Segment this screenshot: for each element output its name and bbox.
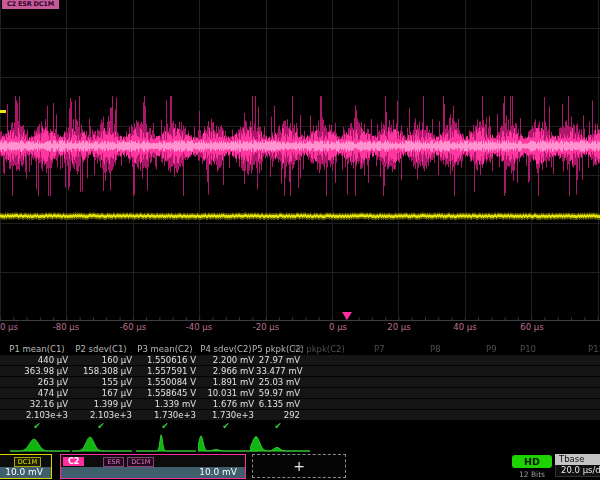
hd-bits-label: 12 Bits [512, 470, 552, 479]
measure-value: 160 µV [70, 355, 132, 365]
histicon-p2[interactable] [72, 433, 132, 453]
measure-header-p4[interactable]: P4 sdev(C2) [200, 344, 251, 354]
measure-value: 1.399 µV [70, 399, 132, 409]
measure-header-inactive[interactable]: P9 [486, 344, 497, 354]
measure-value: 32.16 µV [6, 399, 68, 409]
measure-value: 10.031 mV [198, 388, 254, 398]
measure-value: 1.339 mV [134, 399, 196, 409]
hd-mode-badge[interactable]: HD [512, 455, 552, 468]
measure-value: 25.03 mV [256, 377, 300, 387]
measure-value: 292 [256, 410, 300, 420]
measure-header-inactive[interactable]: P7 [374, 344, 385, 354]
measure-value: 263 µV [6, 377, 68, 387]
measure-value: 1.730e+3 [134, 410, 196, 420]
measure-value: 158.308 µV [70, 366, 132, 376]
measure-value: 167 µV [70, 388, 132, 398]
c2-eres-chip: ESR [103, 457, 124, 467]
time-axis-label: -20 µs [253, 322, 279, 332]
measure-header-p1[interactable]: P1 mean(C1) [9, 344, 64, 354]
measure-value: 2.200 mV [198, 355, 254, 365]
measure-value: 1.891 mV [198, 377, 254, 387]
measure-row: 474 µV167 µV1.558645 V10.031 mV59.97 mV [0, 388, 600, 398]
measure-value: 440 µV [6, 355, 68, 365]
time-axis-label: -60 µs [120, 322, 146, 332]
histicon-p1[interactable] [10, 433, 70, 453]
measure-header-p2[interactable]: P2 sdev(C1) [75, 344, 126, 354]
measure-value: 6.135 mV [256, 399, 300, 409]
c1-vdiv-value: 10.0 mV [0, 467, 51, 478]
timebase-value: 20.0 µs/div [555, 465, 600, 477]
measure-value: 474 µV [6, 388, 68, 398]
histicon-p3[interactable] [136, 433, 196, 453]
measure-row: 32.16 µV1.399 µV1.339 mV1.676 mV6.135 mV [0, 399, 600, 409]
measure-status-check-icon: ✔ [274, 421, 282, 431]
measure-header-inactive[interactable]: P6 pkpk(C2) [293, 344, 345, 354]
measure-status-check-icon: ✔ [33, 421, 41, 431]
measure-status-check-icon: ✔ [97, 421, 105, 431]
c1-coupling-chip: DC1M [14, 457, 41, 467]
histicon-p5[interactable] [250, 433, 310, 453]
time-axis-label: 60 µs [520, 322, 543, 332]
bottom-toolbar: C1 DC1M 10.0 mV C2 ESR DC1M 10.0 mV + HD… [0, 454, 600, 480]
timebase-descriptor[interactable]: Tbase 20.0 µs/div [555, 454, 600, 478]
measure-value: 363.98 µV [6, 366, 68, 376]
time-axis-label: 0 µs [329, 322, 347, 332]
measure-header-inactive[interactable]: P11 [588, 344, 600, 354]
time-axis-label: -40 µs [186, 322, 212, 332]
timebase-title: Tbase [555, 454, 600, 465]
measure-header-inactive[interactable]: P10 [520, 344, 536, 354]
histicon-row [0, 433, 600, 453]
measurement-table: P1 mean(C1)P2 sdev(C1)P3 mean(C2)P4 sdev… [0, 344, 600, 434]
measure-value: 2.966 mV [198, 366, 254, 376]
measure-value: 1.557591 V [134, 366, 196, 376]
waveform-grid[interactable] [0, 0, 600, 321]
measure-row: 2.103e+32.103e+31.730e+31.730e+3292 [0, 410, 600, 420]
time-axis-label: 20 µs [387, 322, 410, 332]
add-trace-button[interactable]: + [252, 454, 346, 478]
time-axis-label: -80 µs [53, 322, 79, 332]
measure-status-check-icon: ✔ [161, 421, 169, 431]
measure-value: 155 µV [70, 377, 132, 387]
trigger-position-marker[interactable] [342, 312, 352, 320]
time-axis-label: 40 µs [453, 322, 476, 332]
measure-value: 2.103e+3 [6, 410, 68, 420]
channel-c2-descriptor[interactable]: C2 ESR DC1M 10.0 mV [60, 454, 246, 479]
c2-coupling-chip: DC1M [127, 457, 154, 467]
measure-value: 33.477 mV [256, 366, 300, 376]
measure-value: 1.730e+3 [198, 410, 254, 420]
measure-header-inactive[interactable]: P8 [430, 344, 441, 354]
time-axis-label: -100 µs [0, 322, 18, 332]
c2-label: C2 [63, 457, 84, 466]
measure-value: 59.97 mV [256, 388, 300, 398]
trace-annotation-badge: C2 ESR DC1M [2, 0, 59, 9]
measure-value: 1.550616 V [134, 355, 196, 365]
measure-status-check-icon: ✔ [222, 421, 230, 431]
oscilloscope-screen: C2 ESR DC1M -100 µs-80 µs-60 µs-40 µs-20… [0, 0, 600, 480]
measure-value: 1.558645 V [134, 388, 196, 398]
measure-value: 27.97 mV [256, 355, 300, 365]
c2-vdiv-value: 10.0 mV [61, 467, 245, 478]
channel-c1-descriptor[interactable]: C1 DC1M 10.0 mV [0, 454, 52, 479]
measure-row: 440 µV160 µV1.550616 V2.200 mV27.97 mV [0, 355, 600, 365]
measure-row: 363.98 µV158.308 µV1.557591 V2.966 mV33.… [0, 366, 600, 376]
measure-value: 1.550084 V [134, 377, 196, 387]
histicon-p4[interactable] [198, 433, 258, 453]
measure-header-p3[interactable]: P3 mean(C2) [137, 344, 192, 354]
measure-row: 263 µV155 µV1.550084 V1.891 mV25.03 mV [0, 377, 600, 387]
time-axis: -100 µs-80 µs-60 µs-40 µs-20 µs0 µs20 µs… [0, 322, 600, 335]
measure-value: 1.676 mV [198, 399, 254, 409]
measure-value: 2.103e+3 [70, 410, 132, 420]
